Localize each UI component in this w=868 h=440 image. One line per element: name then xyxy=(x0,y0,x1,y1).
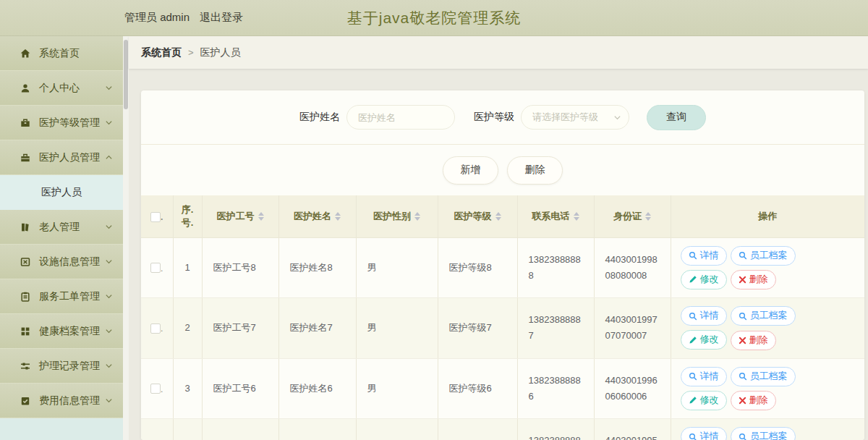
table-row: . 3 医护工号6 医护姓名6 男 医护等级6 13823888886 4403… xyxy=(141,358,864,419)
cell-index: 2 xyxy=(173,298,202,359)
breadcrumb-home[interactable]: 系统首页 xyxy=(141,46,182,59)
user-icon xyxy=(20,82,31,94)
cell-name: 医护姓名7 xyxy=(278,298,356,359)
row-checkbox[interactable] xyxy=(150,384,161,394)
sort-carets-icon[interactable] xyxy=(258,212,264,221)
name-search-input[interactable] xyxy=(346,105,455,130)
sidebar-item-label: 医护人员管理 xyxy=(39,151,105,164)
sidebar-item-personal-center[interactable]: 个人中心 xyxy=(0,71,123,106)
edit-button[interactable]: 修改 xyxy=(681,270,727,289)
sidebar-item-grade-management[interactable]: 医护等级管理 xyxy=(0,106,123,140)
level-select-placeholder: 请选择医护等级 xyxy=(532,111,598,124)
chevron-down-icon xyxy=(105,84,113,92)
sidebar-item-label: 医护等级管理 xyxy=(39,117,105,130)
cell-gender: 男 xyxy=(356,419,438,440)
magnifier-icon xyxy=(689,372,697,381)
column-header-idcard[interactable]: 身份证 xyxy=(594,195,671,237)
edit-button[interactable]: 修改 xyxy=(681,330,727,350)
grade-badge-icon xyxy=(20,117,31,129)
sidebar-item-elder-management[interactable]: 老人管理 xyxy=(0,210,123,245)
query-button[interactable]: 查询 xyxy=(647,105,706,130)
column-header-index: 序.号. xyxy=(173,195,202,237)
column-header-job-no[interactable]: 医护工号 xyxy=(202,195,278,237)
detail-button[interactable]: 详情 xyxy=(681,427,727,440)
column-header-name[interactable]: 医护姓名 xyxy=(278,195,356,237)
select-all-checkbox[interactable] xyxy=(150,212,161,222)
name-field-label: 医护姓名 xyxy=(299,111,340,124)
close-x-icon xyxy=(739,397,746,405)
app-title: 基于java敬老院管理系统 xyxy=(0,8,868,28)
cell-name: 医护姓名6 xyxy=(278,358,356,419)
magnifier-icon xyxy=(739,433,747,440)
checkbox-suffix: . xyxy=(161,384,163,394)
sidebar-scrollbar[interactable] xyxy=(123,36,129,440)
breadcrumb-current: 医护人员 xyxy=(200,46,241,59)
cell-index: 3 xyxy=(173,358,202,419)
sidebar-item-home[interactable]: 系统首页 xyxy=(0,36,123,71)
sort-carets-icon[interactable] xyxy=(645,212,651,221)
delete-row-button[interactable]: 删除 xyxy=(731,270,776,289)
table-header-row: . 序.号. 医护工号 医护姓名 医护性别 医护等级 联系电话 身份证 操作 xyxy=(141,195,864,237)
level-field-label: 医护等级 xyxy=(474,111,514,124)
magnifier-icon xyxy=(689,251,697,260)
cell-level: 医护等级6 xyxy=(438,358,517,419)
column-header-phone[interactable]: 联系电话 xyxy=(517,195,594,237)
sidebar-item-label: 费用信息管理 xyxy=(39,394,105,407)
cell-phone: 13823888888 xyxy=(517,237,594,298)
checkbox-suffix: . xyxy=(161,263,163,273)
detail-button[interactable]: 详情 xyxy=(681,246,727,266)
employee-archive-button[interactable]: 员工档案 xyxy=(731,427,796,440)
employee-archive-button[interactable]: 员工档案 xyxy=(731,367,796,386)
content-card: 医护姓名 医护等级 请选择医护等级 查询 新增 删除 xyxy=(141,90,864,440)
row-checkbox[interactable] xyxy=(150,323,161,334)
cell-name: 医护姓名8 xyxy=(278,237,356,298)
delete-row-button[interactable]: 删除 xyxy=(731,391,776,410)
sidebar-item-health-archive-management[interactable]: 健康档案管理 xyxy=(0,314,123,349)
cell-level: 医护等级5 xyxy=(438,419,517,440)
pencil-icon xyxy=(689,336,697,344)
sidebar-item-nursing-record-management[interactable]: 护理记录管理 xyxy=(0,349,123,384)
sidebar-item-work-order-management[interactable]: 服务工单管理 xyxy=(0,279,123,314)
detail-button[interactable]: 详情 xyxy=(681,306,727,326)
sidebar-item-fee-management[interactable]: 费用信息管理 xyxy=(0,384,123,418)
sidebar-subitem-medical-staff[interactable]: 医护人员 xyxy=(0,175,123,210)
sort-carets-icon[interactable] xyxy=(335,212,341,221)
grid-icon xyxy=(20,326,31,337)
cell-job-no: 医护工号8 xyxy=(202,237,278,298)
magnifier-icon xyxy=(689,433,697,440)
column-header-actions: 操作 xyxy=(671,195,864,237)
search-form: 医护姓名 医护等级 请选择医护等级 查询 xyxy=(141,90,864,145)
magnifier-icon xyxy=(739,372,747,381)
sort-carets-icon[interactable] xyxy=(574,212,579,221)
magnifier-icon xyxy=(739,251,747,260)
checkbox-suffix: . xyxy=(161,323,163,334)
add-button[interactable]: 新增 xyxy=(443,156,498,185)
delete-button[interactable]: 删除 xyxy=(507,156,563,185)
row-checkbox[interactable] xyxy=(150,263,161,273)
cell-idcard: 440300199606060006 xyxy=(594,358,671,419)
detail-button[interactable]: 详情 xyxy=(681,367,727,386)
work-order-icon xyxy=(20,291,31,302)
sort-carets-icon[interactable] xyxy=(495,212,501,221)
chevron-down-icon xyxy=(105,119,113,127)
cell-index: 4 xyxy=(173,419,202,440)
topbar: 基于java敬老院管理系统 管理员 admin 退出登录 xyxy=(0,0,868,36)
cell-level: 医护等级7 xyxy=(438,298,517,359)
sidebar-item-label: 服务工单管理 xyxy=(39,290,105,303)
delete-row-button[interactable]: 删除 xyxy=(731,331,776,350)
edit-button[interactable]: 修改 xyxy=(681,391,727,410)
clipboard-check-icon xyxy=(20,395,31,407)
chevron-down-icon xyxy=(105,292,113,300)
chevron-down-icon xyxy=(613,114,621,122)
sort-carets-icon[interactable] xyxy=(414,212,420,221)
sidebar-item-facility-management[interactable]: 设施信息管理 xyxy=(0,245,123,279)
scrollbar-thumb[interactable] xyxy=(124,40,128,109)
column-header-level[interactable]: 医护等级 xyxy=(438,195,517,237)
sidebar-item-staff-management[interactable]: 医护人员管理 xyxy=(0,140,123,175)
employee-archive-button[interactable]: 员工档案 xyxy=(731,306,796,326)
employee-archive-button[interactable]: 员工档案 xyxy=(731,246,796,266)
chevron-down-icon xyxy=(105,362,113,370)
level-select[interactable]: 请选择医护等级 xyxy=(521,105,629,130)
pencil-icon xyxy=(689,396,697,405)
column-header-gender[interactable]: 医护性别 xyxy=(356,195,438,237)
